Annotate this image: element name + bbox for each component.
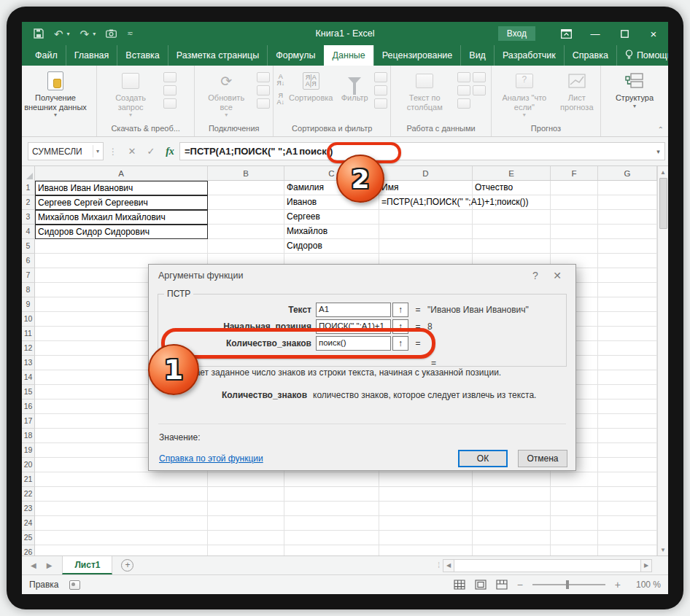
cell-C26[interactable] bbox=[284, 545, 379, 555]
cell-D26[interactable] bbox=[379, 545, 473, 555]
scroll-right-icon[interactable]: ▶ bbox=[640, 559, 652, 572]
cell-E22[interactable] bbox=[473, 487, 551, 502]
tab-page-layout[interactable]: Разметка страницы bbox=[168, 45, 267, 66]
insert-function-icon[interactable]: fx bbox=[160, 146, 179, 157]
cell-G9[interactable] bbox=[598, 297, 657, 312]
cell-G22[interactable] bbox=[598, 487, 657, 502]
recent-sources-icon[interactable] bbox=[163, 98, 177, 109]
function-help-link[interactable]: Справка по этой функции bbox=[159, 453, 263, 464]
tab-developer[interactable]: Разработчик bbox=[494, 45, 564, 66]
cell-E21[interactable] bbox=[473, 472, 551, 487]
cell-C24[interactable] bbox=[284, 516, 379, 531]
scroll-up-icon[interactable]: ▲ bbox=[658, 166, 668, 178]
row-header-14[interactable]: 14 bbox=[22, 370, 35, 385]
cell-G15[interactable] bbox=[598, 385, 657, 399]
save-icon[interactable] bbox=[34, 28, 44, 39]
zoom-slider-thumb[interactable] bbox=[566, 580, 569, 589]
row-header-17[interactable]: 17 bbox=[22, 414, 35, 429]
cell-G26[interactable] bbox=[598, 545, 657, 555]
page-layout-view-icon[interactable] bbox=[475, 580, 487, 590]
cell-E1[interactable]: Отчество bbox=[473, 181, 551, 195]
cell-B3[interactable] bbox=[208, 210, 284, 225]
cell-D22[interactable] bbox=[379, 487, 473, 502]
sign-in-button[interactable]: Вход bbox=[498, 26, 535, 41]
row-header-21[interactable]: 21 bbox=[22, 472, 35, 487]
row-header-6[interactable]: 6 bbox=[22, 254, 35, 268]
dialog-title-bar[interactable]: Аргументы функции ? ✕ bbox=[149, 265, 575, 286]
cell-B21[interactable] bbox=[208, 472, 284, 487]
cell-B1[interactable] bbox=[208, 181, 284, 195]
cell-A1[interactable]: Иванов Иван Иванович bbox=[35, 181, 208, 195]
cell-A2[interactable]: Сергеев Сергей Сергеевич bbox=[35, 195, 208, 210]
sheet-tab-list1[interactable]: Лист1 bbox=[62, 556, 112, 574]
zoom-slider[interactable] bbox=[532, 584, 605, 585]
cell-B4[interactable] bbox=[208, 225, 284, 239]
cell-E25[interactable] bbox=[473, 531, 551, 545]
row-header-10[interactable]: 10 bbox=[22, 312, 35, 327]
relationships-icon[interactable] bbox=[473, 85, 486, 95]
cell-G8[interactable] bbox=[598, 283, 657, 297]
row-header-3[interactable]: 3 bbox=[22, 210, 35, 225]
cell-D1[interactable]: Имя bbox=[379, 181, 473, 195]
cell-C3[interactable]: Сергеев bbox=[284, 210, 379, 225]
cell-F4[interactable] bbox=[551, 225, 598, 239]
arg-text-input[interactable]: A1 bbox=[316, 303, 391, 317]
advanced-filter-icon[interactable] bbox=[374, 98, 387, 109]
cell-C25[interactable] bbox=[284, 531, 379, 545]
cell-D4[interactable] bbox=[379, 225, 473, 239]
group-label-connections[interactable]: Подключения bbox=[198, 124, 270, 136]
cell-F1[interactable] bbox=[551, 181, 598, 195]
tab-insert[interactable]: Вставка bbox=[117, 45, 167, 66]
cell-B22[interactable] bbox=[208, 487, 284, 502]
select-all-corner[interactable] bbox=[22, 166, 35, 181]
cell-F21[interactable] bbox=[551, 472, 598, 487]
cell-C4[interactable]: Михайлов bbox=[284, 225, 379, 239]
from-table-icon[interactable] bbox=[163, 85, 177, 95]
row-header-2[interactable]: 2 bbox=[22, 195, 35, 210]
cell-C5[interactable]: Сидоров bbox=[284, 239, 379, 254]
redo-icon[interactable]: ↷ bbox=[80, 28, 90, 39]
cell-C23[interactable] bbox=[284, 502, 379, 516]
cell-G12[interactable] bbox=[598, 341, 657, 356]
reapply-filter-icon[interactable] bbox=[374, 85, 387, 95]
formula-input[interactable]: =ПСТР(A1;ПОИСК(" ";A1 поиск() bbox=[179, 142, 652, 160]
cell-B5[interactable] bbox=[208, 239, 284, 254]
cell-A24[interactable] bbox=[35, 516, 208, 531]
cell-D23[interactable] bbox=[379, 502, 473, 516]
column-header-F[interactable]: F bbox=[551, 166, 598, 180]
name-box[interactable]: СУММЕСЛИ ▾ bbox=[28, 142, 104, 160]
ok-button[interactable]: ОК bbox=[458, 450, 508, 467]
cell-G1[interactable] bbox=[598, 181, 657, 195]
vertical-scroll-thumb[interactable] bbox=[659, 178, 667, 229]
cell-B23[interactable] bbox=[208, 502, 284, 516]
cell-A21[interactable] bbox=[35, 472, 208, 487]
scroll-down-icon[interactable]: ▼ bbox=[658, 544, 668, 555]
row-header-4[interactable]: 4 bbox=[22, 225, 35, 239]
ribbon-display-options-icon[interactable] bbox=[551, 22, 581, 45]
group-label-forecast[interactable]: Прогноз bbox=[495, 124, 597, 136]
undo-dropdown-icon[interactable]: ▾ bbox=[67, 31, 70, 37]
page-break-view-icon[interactable] bbox=[496, 580, 508, 590]
macro-record-icon[interactable] bbox=[69, 580, 80, 590]
data-validation-icon[interactable] bbox=[457, 98, 470, 109]
undo-icon[interactable]: ↶ bbox=[54, 28, 63, 39]
cell-F26[interactable] bbox=[551, 545, 598, 555]
cell-G5[interactable] bbox=[598, 239, 657, 254]
group-label-transform[interactable]: Скачать & преоб... bbox=[100, 124, 191, 136]
cell-G16[interactable] bbox=[598, 399, 657, 414]
scroll-left-icon[interactable]: ◀ bbox=[443, 559, 454, 572]
tab-review[interactable]: Рецензирование bbox=[373, 45, 461, 66]
next-sheet-icon[interactable]: ▶ bbox=[47, 561, 53, 569]
camera-icon[interactable] bbox=[106, 29, 117, 38]
column-header-G[interactable]: G bbox=[598, 166, 657, 180]
cell-G23[interactable] bbox=[598, 502, 657, 516]
row-header-13[interactable]: 13 bbox=[22, 356, 35, 370]
cell-E26[interactable] bbox=[473, 545, 551, 555]
cell-F23[interactable] bbox=[551, 502, 598, 516]
tell-me-tab[interactable]: Помощн bbox=[616, 45, 668, 66]
vertical-scrollbar[interactable]: ▲ ▼ bbox=[657, 166, 668, 555]
outline-button[interactable]: Структура ▾ bbox=[604, 68, 665, 109]
show-queries-icon[interactable] bbox=[163, 72, 177, 82]
what-if-button[interactable]: ? Анализ "что если" ▾ bbox=[495, 68, 554, 118]
enter-icon[interactable]: ✓ bbox=[142, 146, 160, 157]
